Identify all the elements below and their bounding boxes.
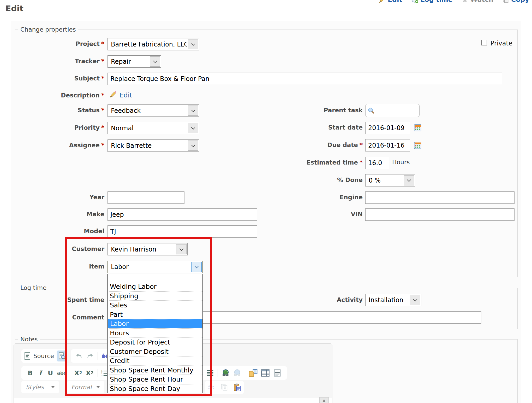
item-option[interactable]: Shipping — [108, 291, 202, 301]
underline-button[interactable]: U — [45, 369, 56, 377]
edit-link[interactable]: Edit — [379, 0, 402, 3]
project-select-value: Barrette Fabrication, LLC — [108, 38, 187, 50]
redo-button[interactable] — [85, 353, 95, 359]
item-option[interactable]: Sales — [108, 300, 202, 310]
horizontal-rule-button[interactable] — [271, 369, 283, 377]
engine-input[interactable] — [365, 191, 515, 204]
item-option[interactable]: Hours — [108, 328, 202, 338]
vin-input[interactable] — [365, 208, 515, 221]
calendar-icon[interactable] — [414, 124, 422, 132]
link-button[interactable] — [220, 369, 231, 377]
styles-combo[interactable]: Styles — [21, 381, 59, 393]
cut-button[interactable]: ✂ — [206, 383, 217, 392]
italic-button[interactable]: I — [35, 369, 45, 377]
item-select-value: Labor — [108, 261, 190, 273]
unlink-icon — [233, 369, 241, 377]
due-date-label: Due date — [327, 142, 358, 148]
copy-link[interactable]: Copy — [502, 0, 529, 3]
image-button[interactable] — [247, 369, 259, 377]
item-option[interactable]: Part — [108, 310, 202, 319]
chevron-down-icon — [188, 106, 198, 116]
required-asterisk: * — [360, 159, 363, 166]
assignee-select[interactable]: Rick Barrette — [107, 139, 199, 152]
subscript-button[interactable]: X2 — [72, 369, 84, 377]
chevron-down-icon — [410, 295, 420, 305]
justify-icon — [206, 370, 214, 376]
watch-link[interactable]: Watch — [462, 0, 493, 3]
priority-select[interactable]: Normal — [107, 122, 199, 134]
caret-down-icon — [96, 386, 100, 388]
superscript-2: 2 — [91, 371, 93, 375]
source-button-label: Source — [33, 353, 54, 359]
make-input[interactable] — [107, 208, 257, 221]
undo-button[interactable] — [74, 353, 85, 359]
customer-select[interactable]: Kevin Harrison — [107, 243, 188, 255]
required-asterisk: * — [101, 124, 104, 131]
superscript-button[interactable]: X2 — [84, 369, 95, 377]
model-label: Model — [84, 228, 104, 235]
parent-task-label: Parent task — [324, 107, 363, 114]
tracker-select[interactable]: Repair — [107, 55, 161, 68]
horizontal-rule-icon — [273, 369, 281, 377]
issue-edit-page: Edit Log time Watch Copy Delete Edit Cha… — [0, 0, 532, 403]
page-title: Edit — [5, 4, 23, 13]
model-input[interactable] — [107, 225, 257, 238]
activity-select[interactable]: Installation — [365, 294, 421, 306]
item-option[interactable]: Labor — [108, 319, 202, 328]
toolbar-separator — [245, 369, 245, 377]
item-option[interactable] — [108, 274, 202, 282]
item-option[interactable]: Shop Space Rent Monthly — [108, 365, 202, 375]
search-icon — [368, 107, 374, 114]
status-select[interactable]: Feedback — [107, 104, 199, 117]
project-select[interactable]: Barrette Fabrication, LLC — [107, 38, 199, 50]
customer-select-value: Kevin Harrison — [108, 243, 175, 255]
item-option[interactable]: Credit — [108, 356, 202, 365]
copy-icon — [221, 384, 228, 391]
start-date-input[interactable] — [365, 122, 410, 134]
preview-button[interactable] — [57, 351, 67, 361]
bold-button[interactable]: B — [25, 369, 35, 377]
item-option[interactable]: Shop Space Rent Day — [108, 384, 202, 393]
copy-button[interactable] — [219, 384, 230, 391]
chevron-down-icon — [404, 175, 414, 185]
description-edit-link[interactable]: Edit — [119, 91, 132, 99]
log-time-link-label: Log time — [421, 0, 453, 3]
subject-label: Subject — [74, 75, 100, 82]
log-time-link[interactable]: Log time — [411, 0, 453, 3]
unlink-button[interactable] — [231, 369, 243, 377]
due-date-input[interactable] — [365, 139, 410, 151]
estimated-time-label: Estimated time — [307, 159, 358, 166]
editor-scrollbar-up[interactable]: ▲ — [319, 397, 329, 403]
source-button[interactable]: Source — [21, 352, 57, 360]
strikethrough-button[interactable]: abc — [56, 370, 68, 376]
image-icon — [249, 369, 258, 377]
justify-block-button[interactable] — [204, 370, 215, 376]
notes-legend: Notes — [18, 336, 40, 343]
editor-content-area[interactable] — [14, 398, 332, 403]
year-input[interactable] — [107, 191, 184, 204]
source-icon — [24, 352, 31, 360]
paste-button[interactable] — [232, 383, 243, 391]
caret-down-icon — [51, 386, 55, 388]
table-button[interactable] — [259, 369, 271, 377]
svg-text:3: 3 — [101, 375, 103, 377]
star-icon — [462, 0, 468, 3]
calendar-icon[interactable] — [414, 141, 422, 149]
subject-input[interactable] — [107, 73, 502, 85]
activity-label: Activity — [337, 296, 363, 303]
estimated-time-hours-suffix: Hours — [392, 159, 410, 166]
tracker-label: Tracker — [75, 58, 100, 65]
svg-text:2: 2 — [101, 372, 103, 375]
format-combo[interactable]: Format — [67, 381, 104, 393]
make-label: Make — [86, 211, 104, 218]
estimated-time-input[interactable] — [365, 157, 389, 169]
percent-done-select[interactable]: 0 % — [365, 174, 415, 186]
item-option[interactable]: Deposit for Project — [108, 337, 202, 347]
toolbar-separator — [98, 369, 98, 377]
item-option[interactable]: Welding Labor — [108, 282, 202, 291]
item-select[interactable]: Labor — [107, 261, 203, 273]
parent-task-input[interactable] — [365, 104, 420, 117]
item-option[interactable]: Shop Space Rent Hour — [108, 375, 202, 384]
item-option[interactable]: Customer Deposit — [108, 347, 202, 356]
private-checkbox[interactable] — [481, 40, 487, 45]
